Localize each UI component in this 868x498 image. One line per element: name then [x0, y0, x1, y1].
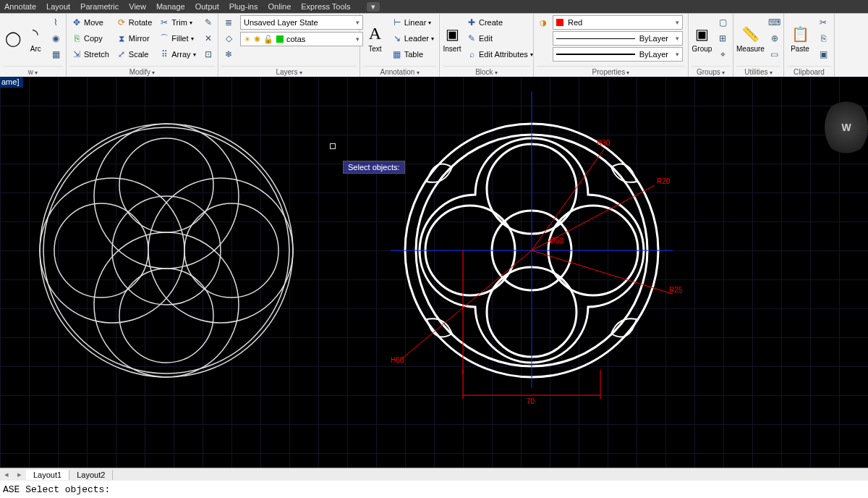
mirror-button[interactable]: ⧗Mirror	[114, 31, 154, 46]
copyclip-icon[interactable]: ⎘	[816, 31, 830, 46]
drawing-canvas[interactable]: ame]	[0, 77, 868, 468]
group-edit-icon[interactable]: ⊞	[715, 31, 730, 46]
layer-state-label: Unsaved Layer State	[244, 18, 318, 27]
tab-layout1[interactable]: Layout1	[26, 470, 69, 480]
tab-layout2[interactable]: Layout2	[69, 470, 113, 480]
layer-iso-icon[interactable]: ◇	[221, 31, 236, 46]
group-select-icon[interactable]: ⌖	[715, 47, 730, 62]
table-icon: ▦	[392, 49, 402, 59]
arc-button[interactable]: ◝ Arc	[26, 15, 46, 62]
layer-current-dropdown[interactable]: ☀ ✺ 🔓 cotas	[240, 32, 363, 46]
panel-groups-title[interactable]: Groups	[692, 66, 730, 77]
linear-button[interactable]: ⊢Linear▾	[390, 15, 436, 30]
menu-output[interactable]: Output	[195, 2, 219, 11]
hatch-icon[interactable]: ▦	[48, 47, 63, 62]
rotate-button[interactable]: ⟳Rotate	[114, 15, 154, 30]
paste-button[interactable]: 📋 Paste	[787, 15, 813, 62]
ribbon: ◯ ◝ Arc ⌇ ◉ ▦ w ✥Move ⎘Copy ⇲Stretch ⟳Ro…	[0, 13, 868, 77]
ungroup-icon[interactable]: ▢	[715, 15, 730, 30]
cut-icon[interactable]: ✂	[816, 15, 830, 30]
text-button[interactable]: A Text	[363, 15, 387, 62]
fillet-button[interactable]: ⌒Fillet▾	[157, 31, 197, 46]
menu-online[interactable]: Online	[268, 2, 291, 11]
insert-label: Insert	[443, 45, 461, 53]
menu-view[interactable]: View	[129, 2, 146, 11]
panel-block-title[interactable]: Block	[443, 66, 530, 77]
layer-state-dropdown[interactable]: Unsaved Layer State	[240, 15, 363, 30]
measure-button[interactable]: 📏 Measure	[736, 15, 765, 62]
dim-d50: Ø50	[550, 237, 563, 245]
scale-button[interactable]: ⤢Scale	[114, 47, 154, 62]
polyline-icon[interactable]: ⌇	[48, 15, 63, 30]
group-button[interactable]: ▣ Group	[692, 15, 712, 62]
panel-modify-title[interactable]: Modify	[69, 66, 215, 77]
edit-attributes-button[interactable]: ⌕Edit Attributes▾	[464, 47, 535, 62]
move-icon: ✥	[72, 17, 82, 28]
paste-icon: 📋	[791, 25, 809, 43]
sun-icon: ✺	[254, 35, 260, 44]
panel-properties-title[interactable]: Properties	[537, 66, 685, 77]
leader-button[interactable]: ↘Leader▾	[390, 31, 436, 46]
fillet-icon: ⌒	[159, 33, 169, 43]
array-button[interactable]: ⠿Array▾	[157, 47, 197, 62]
menu-overflow-icon[interactable]: ▾	[367, 2, 380, 12]
explode-icon[interactable]: ✕	[201, 31, 216, 46]
layer-name-label: cotas	[286, 35, 305, 43]
copy-button[interactable]: ⎘Copy	[69, 31, 111, 46]
view-cube[interactable]: W	[825, 98, 868, 156]
dim-w70: 70	[527, 397, 535, 405]
panel-layers-title[interactable]: Layers	[221, 66, 357, 77]
tab-next-icon[interactable]: ▸	[13, 470, 26, 479]
panel-utilities: 📏 Measure ⌨ ⊕ ▭ Utilities	[733, 14, 784, 77]
offset-icon[interactable]: ⊡	[201, 47, 216, 62]
panel-modify: ✥Move ⎘Copy ⇲Stretch ⟳Rotate ⧗Mirror ⤢Sc…	[67, 14, 218, 77]
erase-icon[interactable]: ✎	[201, 15, 216, 30]
lineweight-dropdown[interactable]: ByLayer	[553, 47, 683, 62]
text-label: Text	[368, 45, 381, 53]
panel-layers: ≣ ◇ ❄ Unsaved Layer State ☀ ✺ 🔓 cotas La…	[218, 14, 360, 77]
stretch-button[interactable]: ⇲Stretch	[69, 47, 111, 62]
group-icon: ▣	[693, 25, 712, 43]
insert-icon: ▣	[443, 25, 461, 43]
color-label: Red	[568, 18, 582, 27]
move-button[interactable]: ✥Move	[69, 15, 111, 30]
panel-block: ▣ Insert ✚Create ✎Edit ⌕Edit Attributes▾…	[440, 14, 534, 77]
array-icon: ⠿	[159, 49, 169, 59]
layer-freeze-icon[interactable]: ❄	[221, 47, 236, 62]
leader-icon: ↘	[392, 33, 402, 43]
menu-annotate[interactable]: Annotate	[4, 2, 36, 11]
linetype-dropdown[interactable]: ByLayer	[553, 31, 683, 46]
draw-extras: ⌇ ◉ ▦	[48, 15, 63, 62]
menu-plugins[interactable]: Plug-ins	[229, 2, 258, 11]
linear-icon: ⊢	[392, 17, 402, 28]
ellipse-icon[interactable]: ◉	[48, 31, 63, 46]
create-button[interactable]: ✚Create	[464, 15, 535, 30]
pasteblock-icon[interactable]: ▣	[816, 47, 830, 62]
match-props-icon[interactable]: ◑	[537, 18, 550, 28]
measure-icon: 📏	[741, 25, 760, 43]
trim-button[interactable]: ✂Trim▾	[157, 15, 197, 30]
command-line[interactable]: ASE Select objects:	[0, 481, 868, 498]
svg-point-8	[54, 203, 148, 297]
color-dropdown[interactable]: Red	[553, 15, 683, 30]
panel-properties: ◑ Red ByLayer ByLayer	[534, 14, 689, 77]
id-point-icon[interactable]: ⊕	[767, 31, 782, 46]
select-all-icon[interactable]: ▭	[767, 47, 782, 62]
insert-button[interactable]: ▣ Insert	[443, 15, 461, 62]
menu-manage[interactable]: Manage	[156, 2, 185, 11]
panel-utilities-title[interactable]: Utilities	[736, 66, 780, 77]
panel-draw-title[interactable]: w	[3, 66, 63, 77]
menu-express-tools[interactable]: Express Tools	[301, 2, 350, 11]
menu-parametric[interactable]: Parametric	[80, 2, 119, 11]
edit-button[interactable]: ✎Edit	[464, 31, 535, 46]
panel-annotation-title[interactable]: Annotation	[363, 66, 436, 77]
cursor-pickbox	[330, 143, 336, 149]
attrib-icon: ⌕	[467, 49, 477, 59]
layer-props-icon[interactable]: ≣	[221, 15, 236, 30]
scale-icon: ⤢	[116, 49, 127, 59]
table-button[interactable]: ▦Table	[390, 47, 436, 62]
tab-prev-icon[interactable]: ◂	[0, 470, 13, 479]
menu-layout[interactable]: Layout	[46, 2, 70, 11]
circle-button[interactable]: ◯	[3, 15, 23, 62]
quickcalc-icon[interactable]: ⌨	[767, 15, 782, 30]
